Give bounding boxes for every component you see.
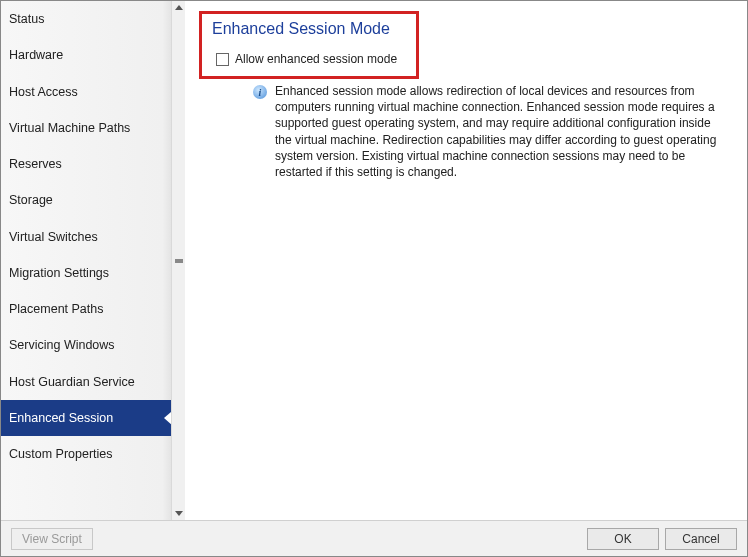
- ok-button[interactable]: OK: [587, 528, 659, 550]
- sidebar-item-reserves[interactable]: Reserves: [1, 146, 171, 182]
- info-icon: [253, 85, 267, 99]
- sidebar-item-label: Placement Paths: [9, 302, 104, 316]
- sidebar-item-label: Virtual Machine Paths: [9, 121, 130, 135]
- section-title: Enhanced Session Mode: [212, 20, 406, 38]
- highlight-annotation: Enhanced Session Mode Allow enhanced ses…: [199, 11, 419, 79]
- cancel-button[interactable]: Cancel: [665, 528, 737, 550]
- sidebar-item-virtual-switches[interactable]: Virtual Switches: [1, 219, 171, 255]
- sidebar-item-label: Custom Properties: [9, 447, 113, 461]
- scroll-grip-icon[interactable]: [175, 259, 183, 263]
- sidebar-item-label: Status: [9, 12, 44, 26]
- sidebar-item-virtual-machine-paths[interactable]: Virtual Machine Paths: [1, 110, 171, 146]
- sidebar-item-label: Migration Settings: [9, 266, 109, 280]
- allow-enhanced-session-checkbox[interactable]: [216, 53, 229, 66]
- sidebar-scrollbar[interactable]: [171, 1, 185, 520]
- sidebar-item-host-access[interactable]: Host Access: [1, 74, 171, 110]
- allow-enhanced-session-label: Allow enhanced session mode: [235, 52, 397, 66]
- sidebar-item-custom-properties[interactable]: Custom Properties: [1, 436, 171, 472]
- sidebar: StatusHardwareHost AccessVirtual Machine…: [1, 1, 171, 520]
- dialog-footer: View Script OK Cancel: [1, 520, 747, 556]
- sidebar-item-placement-paths[interactable]: Placement Paths: [1, 291, 171, 327]
- sidebar-item-hardware[interactable]: Hardware: [1, 37, 171, 73]
- view-script-button[interactable]: View Script: [11, 528, 93, 550]
- scroll-down-icon[interactable]: [175, 511, 183, 516]
- sidebar-item-status[interactable]: Status: [1, 1, 171, 37]
- sidebar-item-enhanced-session[interactable]: Enhanced Session: [1, 400, 171, 436]
- sidebar-item-storage[interactable]: Storage: [1, 182, 171, 218]
- content-panel: Enhanced Session Mode Allow enhanced ses…: [185, 1, 747, 520]
- sidebar-item-servicing-windows[interactable]: Servicing Windows: [1, 327, 171, 363]
- sidebar-item-label: Hardware: [9, 48, 63, 62]
- sidebar-item-migration-settings[interactable]: Migration Settings: [1, 255, 171, 291]
- sidebar-item-label: Host Guardian Service: [9, 375, 135, 389]
- sidebar-item-host-guardian-service[interactable]: Host Guardian Service: [1, 364, 171, 400]
- sidebar-item-label: Enhanced Session: [9, 411, 113, 425]
- sidebar-item-label: Servicing Windows: [9, 338, 115, 352]
- info-text: Enhanced session mode allows redirection…: [275, 83, 729, 180]
- scroll-up-icon[interactable]: [175, 5, 183, 10]
- sidebar-item-label: Host Access: [9, 85, 78, 99]
- sidebar-item-label: Storage: [9, 193, 53, 207]
- sidebar-item-label: Virtual Switches: [9, 230, 98, 244]
- sidebar-item-label: Reserves: [9, 157, 62, 171]
